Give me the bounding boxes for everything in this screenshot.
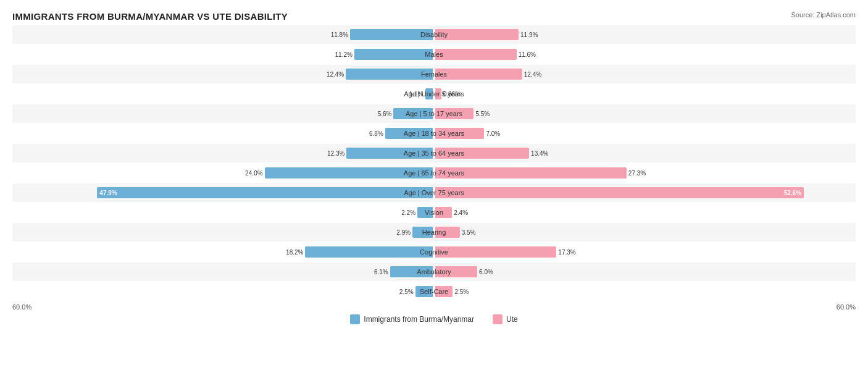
bar-left-section: 24.0% bbox=[12, 164, 434, 182]
value-right: 12.4% bbox=[524, 71, 541, 78]
value-left: 6.1% bbox=[374, 269, 388, 275]
legend-label-right: Ute bbox=[506, 315, 518, 324]
bar-left-section: 5.6% bbox=[12, 104, 434, 123]
bar-right-section: 5.5% bbox=[434, 104, 856, 123]
bar-blue: 12.3% bbox=[346, 148, 433, 159]
value-left: 18.2% bbox=[286, 249, 303, 256]
bar-left-section: 2.2% bbox=[12, 203, 434, 222]
value-inside-right: 52.6% bbox=[784, 190, 801, 196]
bar-blue: 24.0% bbox=[265, 167, 433, 178]
bar-blue: 6.8% bbox=[385, 128, 433, 139]
bar-row: 18.2%17.3%Cognitive bbox=[12, 243, 856, 261]
bar-pink: 7.0% bbox=[435, 128, 484, 139]
legend-item-right: Ute bbox=[493, 314, 518, 324]
bar-row: 2.5%2.5%Self-Care bbox=[12, 282, 856, 301]
bar-row: 12.4%12.4%Females bbox=[12, 65, 856, 83]
value-right: 0.86% bbox=[443, 91, 461, 98]
legend-item-left: Immigrants from Burma/Myanmar bbox=[350, 314, 474, 324]
bar-blue: 2.2% bbox=[417, 207, 433, 218]
legend-box-left bbox=[350, 314, 360, 324]
bar-right-section: 13.4% bbox=[434, 144, 856, 162]
value-right: 2.5% bbox=[454, 288, 469, 295]
bar-left-section: 11.2% bbox=[12, 45, 434, 64]
bar-pink: 13.4% bbox=[435, 148, 529, 159]
bar-blue: 11.8% bbox=[350, 29, 433, 40]
value-left: 12.4% bbox=[327, 71, 344, 78]
value-left: 11.2% bbox=[335, 51, 353, 58]
bar-right-section: 52.6% bbox=[434, 183, 856, 202]
value-right: 27.3% bbox=[628, 170, 646, 177]
bar-right-section: 27.3% bbox=[434, 164, 856, 182]
value-left: 24.0% bbox=[245, 170, 262, 177]
value-left: 2.5% bbox=[399, 288, 414, 295]
bar-left-section: 18.2% bbox=[12, 243, 434, 261]
bar-left-section: 6.8% bbox=[12, 124, 434, 143]
x-axis-right: 60.0% bbox=[837, 303, 856, 311]
bar-pink: 17.3% bbox=[435, 246, 556, 258]
value-left: 6.8% bbox=[369, 130, 383, 137]
value-right: 11.9% bbox=[520, 32, 538, 38]
value-left: 2.2% bbox=[401, 209, 415, 216]
bar-blue: 5.6% bbox=[393, 108, 433, 119]
value-right: 3.5% bbox=[462, 229, 476, 236]
bar-left-section: 6.1% bbox=[12, 262, 434, 281]
bar-pink: 6.0% bbox=[435, 266, 477, 277]
value-left: 1.1% bbox=[409, 91, 424, 98]
bar-right-section: 11.6% bbox=[434, 45, 856, 64]
bar-right-section: 0.86% bbox=[434, 85, 856, 103]
bar-left-section: 11.8% bbox=[12, 25, 434, 44]
bar-pink: 0.86% bbox=[435, 88, 441, 99]
bar-pink: 2.4% bbox=[435, 207, 452, 218]
bar-row: 2.9%3.5%Hearing bbox=[12, 223, 856, 242]
bar-right-section: 6.0% bbox=[434, 262, 856, 281]
bar-pink: 11.9% bbox=[435, 29, 519, 40]
bar-right-section: 17.3% bbox=[434, 243, 856, 261]
bar-right-section: 11.9% bbox=[434, 25, 856, 44]
bar-blue: 12.4% bbox=[346, 69, 433, 80]
bar-row: 1.1%0.86%Age | Under 5 years bbox=[12, 85, 856, 103]
value-left: 5.6% bbox=[378, 111, 392, 117]
value-right: 2.4% bbox=[454, 209, 468, 216]
x-axis-labels: 60.0% 60.0% bbox=[12, 303, 856, 311]
bar-blue: 18.2% bbox=[305, 246, 433, 258]
bar-row: 11.8%11.9%Disability bbox=[12, 25, 856, 44]
bar-right-section: 2.4% bbox=[434, 203, 856, 222]
source-label: Source: ZipAtlas.com bbox=[791, 11, 856, 19]
bar-row: 24.0%27.3%Age | 65 to 74 years bbox=[12, 164, 856, 182]
bar-blue: 2.5% bbox=[415, 286, 433, 297]
bar-blue: 6.1% bbox=[390, 266, 433, 277]
bar-blue: 2.9% bbox=[412, 227, 433, 238]
value-left: 11.8% bbox=[331, 32, 348, 38]
bar-left-section: 12.3% bbox=[12, 144, 434, 162]
bars-area: 11.8%11.9%Disability11.2%11.6%Males12.4%… bbox=[12, 25, 856, 301]
bar-right-section: 12.4% bbox=[434, 65, 856, 83]
bar-left-section: 1.1% bbox=[12, 85, 434, 103]
bar-pink: 2.5% bbox=[435, 286, 453, 297]
bar-right-section: 7.0% bbox=[434, 124, 856, 143]
bar-pink: 12.4% bbox=[435, 69, 522, 80]
bar-left-section: 12.4% bbox=[12, 65, 434, 83]
value-left: 12.3% bbox=[327, 150, 344, 157]
value-right: 6.0% bbox=[479, 269, 493, 275]
value-right: 11.6% bbox=[519, 51, 536, 58]
bar-row: 6.8%7.0%Age | 18 to 34 years bbox=[12, 124, 856, 143]
bar-pink: 5.5% bbox=[435, 108, 474, 119]
bar-row: 12.3%13.4%Age | 35 to 64 years bbox=[12, 144, 856, 162]
bar-row: 47.9%52.6%Age | Over 75 years bbox=[12, 183, 856, 202]
value-inside-left: 47.9% bbox=[99, 190, 117, 196]
bar-blue: 47.9% bbox=[97, 187, 433, 198]
bar-pink: 27.3% bbox=[435, 167, 627, 178]
bar-left-section: 47.9% bbox=[12, 183, 434, 202]
bar-pink: 3.5% bbox=[435, 227, 460, 238]
bar-blue: 1.1% bbox=[425, 88, 433, 99]
bar-row: 5.6%5.5%Age | 5 to 17 years bbox=[12, 104, 856, 123]
bar-blue: 11.2% bbox=[354, 49, 433, 60]
chart-title: IMMIGRANTS FROM BURMA/MYANMAR VS UTE DIS… bbox=[12, 11, 856, 22]
value-right: 5.5% bbox=[475, 111, 490, 117]
bar-row: 11.2%11.6%Males bbox=[12, 45, 856, 64]
x-axis-left: 60.0% bbox=[12, 303, 31, 311]
bar-left-section: 2.5% bbox=[12, 282, 434, 301]
value-right: 13.4% bbox=[531, 150, 548, 157]
bar-left-section: 2.9% bbox=[12, 223, 434, 242]
bar-pink: 11.6% bbox=[435, 49, 517, 60]
